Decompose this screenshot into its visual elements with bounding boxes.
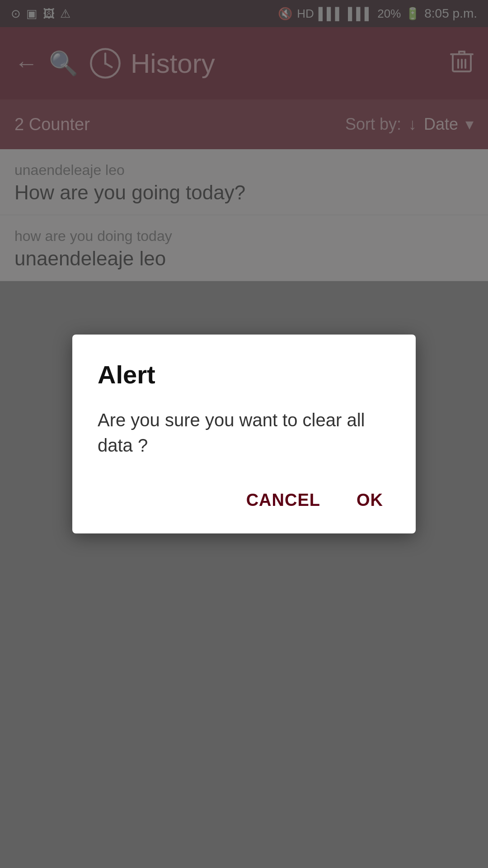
dialog-message: Are you sure you want to clear all data … xyxy=(98,407,390,458)
cancel-button[interactable]: CANCEL xyxy=(239,485,328,515)
dialog-actions: CANCEL OK xyxy=(98,485,390,515)
ok-button[interactable]: OK xyxy=(349,485,390,515)
dialog-title: Alert xyxy=(98,360,390,389)
alert-dialog: Alert Are you sure you want to clear all… xyxy=(72,335,416,533)
